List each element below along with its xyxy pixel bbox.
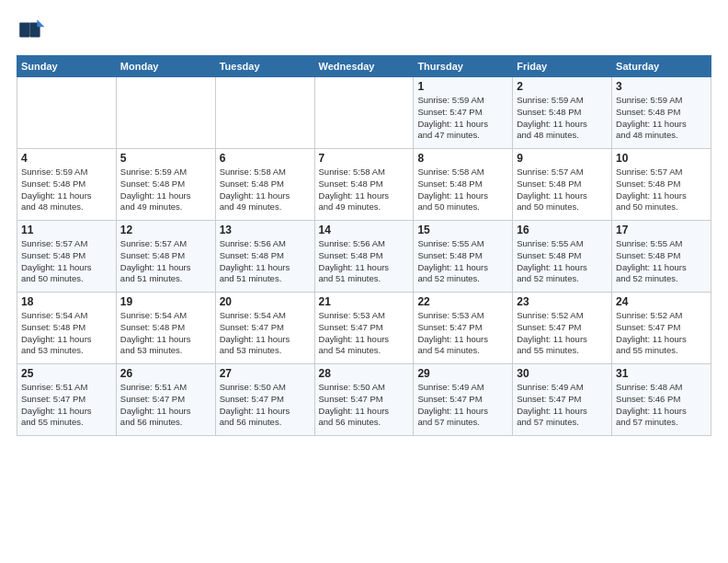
calendar-cell: 21Sunrise: 5:53 AMSunset: 5:47 PMDayligh… (314, 293, 414, 364)
calendar-cell: 16Sunrise: 5:55 AMSunset: 5:48 PMDayligh… (513, 221, 612, 293)
day-number: 9 (517, 152, 608, 165)
day-number: 20 (220, 295, 311, 308)
day-info: Sunrise: 5:57 AMSunset: 5:48 PMDaylight:… (616, 167, 707, 213)
col-header-saturday: Saturday (612, 56, 711, 77)
calendar-cell: 23Sunrise: 5:52 AMSunset: 5:47 PMDayligh… (513, 293, 612, 364)
calendar-cell: 17Sunrise: 5:55 AMSunset: 5:48 PMDayligh… (612, 221, 711, 293)
calendar-cell: 11Sunrise: 5:57 AMSunset: 5:48 PMDayligh… (17, 221, 117, 293)
day-info: Sunrise: 5:59 AMSunset: 5:48 PMDaylight:… (120, 167, 211, 213)
day-number: 14 (319, 224, 410, 236)
day-number: 1 (417, 80, 508, 93)
day-info: Sunrise: 5:54 AMSunset: 5:47 PMDaylight:… (220, 310, 311, 357)
calendar-cell: 20Sunrise: 5:54 AMSunset: 5:47 PMDayligh… (215, 293, 314, 364)
day-number: 4 (21, 152, 112, 165)
day-number: 18 (21, 295, 112, 308)
calendar-cell: 12Sunrise: 5:57 AMSunset: 5:48 PMDayligh… (116, 221, 215, 293)
day-info: Sunrise: 5:55 AMSunset: 5:48 PMDaylight:… (517, 238, 608, 285)
calendar-week-1: 4Sunrise: 5:59 AMSunset: 5:48 PMDaylight… (17, 149, 711, 221)
day-info: Sunrise: 5:59 AMSunset: 5:47 PMDaylight:… (417, 95, 508, 142)
calendar-cell: 9Sunrise: 5:57 AMSunset: 5:48 PMDaylight… (513, 149, 612, 221)
day-info: Sunrise: 5:50 AMSunset: 5:47 PMDaylight:… (319, 382, 410, 429)
day-info: Sunrise: 5:49 AMSunset: 5:47 PMDaylight:… (517, 382, 608, 429)
svg-rect-0 (19, 22, 29, 37)
calendar-cell: 2Sunrise: 5:59 AMSunset: 5:48 PMDaylight… (513, 77, 612, 149)
day-number: 19 (120, 295, 211, 308)
calendar: SundayMondayTuesdayWednesdayThursdayFrid… (17, 55, 711, 436)
day-number: 24 (616, 295, 707, 308)
day-number: 15 (417, 224, 508, 236)
calendar-cell: 27Sunrise: 5:50 AMSunset: 5:47 PMDayligh… (215, 364, 314, 436)
calendar-cell (17, 77, 117, 149)
day-info: Sunrise: 5:57 AMSunset: 5:48 PMDaylight:… (21, 238, 112, 285)
col-header-tuesday: Tuesday (215, 56, 314, 77)
day-info: Sunrise: 5:55 AMSunset: 5:48 PMDaylight:… (417, 238, 508, 285)
calendar-week-0: 1Sunrise: 5:59 AMSunset: 5:47 PMDaylight… (17, 77, 711, 149)
calendar-cell: 4Sunrise: 5:59 AMSunset: 5:48 PMDaylight… (17, 149, 117, 221)
day-info: Sunrise: 5:51 AMSunset: 5:47 PMDaylight:… (21, 382, 112, 429)
calendar-cell: 8Sunrise: 5:58 AMSunset: 5:48 PMDaylight… (414, 149, 513, 221)
calendar-cell: 30Sunrise: 5:49 AMSunset: 5:47 PMDayligh… (513, 364, 612, 436)
day-info: Sunrise: 5:58 AMSunset: 5:48 PMDaylight:… (319, 167, 410, 213)
day-info: Sunrise: 5:50 AMSunset: 5:47 PMDaylight:… (220, 382, 311, 429)
day-info: Sunrise: 5:49 AMSunset: 5:47 PMDaylight:… (417, 382, 508, 429)
day-info: Sunrise: 5:52 AMSunset: 5:47 PMDaylight:… (616, 310, 707, 357)
header (17, 17, 711, 46)
day-number: 21 (319, 295, 410, 308)
calendar-week-4: 25Sunrise: 5:51 AMSunset: 5:47 PMDayligh… (17, 364, 711, 436)
day-number: 26 (120, 367, 211, 380)
day-info: Sunrise: 5:59 AMSunset: 5:48 PMDaylight:… (517, 95, 608, 142)
calendar-cell (215, 77, 314, 149)
day-info: Sunrise: 5:51 AMSunset: 5:47 PMDaylight:… (120, 382, 211, 429)
day-info: Sunrise: 5:56 AMSunset: 5:48 PMDaylight:… (319, 238, 410, 285)
day-number: 29 (417, 367, 508, 380)
calendar-cell: 29Sunrise: 5:49 AMSunset: 5:47 PMDayligh… (414, 364, 513, 436)
calendar-cell: 5Sunrise: 5:59 AMSunset: 5:48 PMDaylight… (116, 149, 215, 221)
logo-icon (17, 17, 46, 46)
day-info: Sunrise: 5:54 AMSunset: 5:48 PMDaylight:… (21, 310, 112, 357)
day-number: 12 (120, 224, 211, 236)
col-header-sunday: Sunday (17, 56, 117, 77)
logo (17, 17, 50, 46)
day-number: 8 (417, 152, 508, 165)
day-info: Sunrise: 5:55 AMSunset: 5:48 PMDaylight:… (616, 238, 707, 285)
page: SundayMondayTuesdayWednesdayThursdayFrid… (0, 0, 728, 563)
calendar-cell: 22Sunrise: 5:53 AMSunset: 5:47 PMDayligh… (414, 293, 513, 364)
day-number: 3 (616, 80, 707, 93)
day-number: 27 (220, 367, 311, 380)
calendar-week-2: 11Sunrise: 5:57 AMSunset: 5:48 PMDayligh… (17, 221, 711, 293)
day-number: 23 (517, 295, 608, 308)
day-number: 30 (517, 367, 608, 380)
day-number: 2 (517, 80, 608, 93)
calendar-cell: 1Sunrise: 5:59 AMSunset: 5:47 PMDaylight… (414, 77, 513, 149)
calendar-cell: 19Sunrise: 5:54 AMSunset: 5:48 PMDayligh… (116, 293, 215, 364)
calendar-cell: 7Sunrise: 5:58 AMSunset: 5:48 PMDaylight… (314, 149, 414, 221)
day-number: 7 (319, 152, 410, 165)
calendar-week-3: 18Sunrise: 5:54 AMSunset: 5:48 PMDayligh… (17, 293, 711, 364)
day-number: 13 (220, 224, 311, 236)
col-header-wednesday: Wednesday (314, 56, 414, 77)
day-info: Sunrise: 5:58 AMSunset: 5:48 PMDaylight:… (417, 167, 508, 213)
day-info: Sunrise: 5:58 AMSunset: 5:48 PMDaylight:… (220, 167, 311, 213)
day-number: 11 (21, 224, 112, 236)
svg-marker-2 (37, 19, 44, 27)
day-info: Sunrise: 5:52 AMSunset: 5:47 PMDaylight:… (517, 310, 608, 357)
calendar-cell: 26Sunrise: 5:51 AMSunset: 5:47 PMDayligh… (116, 364, 215, 436)
day-number: 25 (21, 367, 112, 380)
day-number: 5 (120, 152, 211, 165)
calendar-cell: 18Sunrise: 5:54 AMSunset: 5:48 PMDayligh… (17, 293, 117, 364)
calendar-cell: 6Sunrise: 5:58 AMSunset: 5:48 PMDaylight… (215, 149, 314, 221)
calendar-cell: 24Sunrise: 5:52 AMSunset: 5:47 PMDayligh… (612, 293, 711, 364)
col-header-thursday: Thursday (414, 56, 513, 77)
day-number: 10 (616, 152, 707, 165)
day-number: 31 (616, 367, 707, 380)
day-info: Sunrise: 5:48 AMSunset: 5:46 PMDaylight:… (616, 382, 707, 429)
day-info: Sunrise: 5:53 AMSunset: 5:47 PMDaylight:… (319, 310, 410, 357)
day-info: Sunrise: 5:54 AMSunset: 5:48 PMDaylight:… (120, 310, 211, 357)
day-info: Sunrise: 5:57 AMSunset: 5:48 PMDaylight:… (517, 167, 608, 213)
calendar-header-row: SundayMondayTuesdayWednesdayThursdayFrid… (17, 56, 711, 77)
day-number: 16 (517, 224, 608, 236)
day-info: Sunrise: 5:56 AMSunset: 5:48 PMDaylight:… (220, 238, 311, 285)
calendar-cell: 28Sunrise: 5:50 AMSunset: 5:47 PMDayligh… (314, 364, 414, 436)
day-number: 6 (220, 152, 311, 165)
day-info: Sunrise: 5:59 AMSunset: 5:48 PMDaylight:… (616, 95, 707, 142)
